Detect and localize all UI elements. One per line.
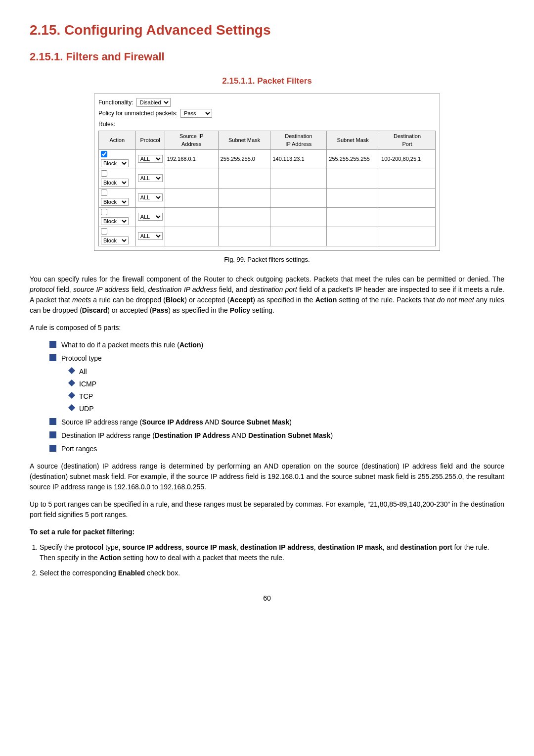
sub-item-all-text: All xyxy=(79,367,87,377)
rule-row-5: BlockAccept ALLICMPTCPUDP xyxy=(99,227,436,246)
rule-row-1: BlockAccept ALLICMPTCPUDP xyxy=(99,149,436,169)
row1-source-mask[interactable] xyxy=(221,156,268,162)
diamond-icon-tcp xyxy=(68,392,75,399)
row2-protocol[interactable]: ALLICMPTCPUDP xyxy=(138,174,163,182)
sub-item-udp-text: UDP xyxy=(79,404,94,414)
protocol-sub-list: All ICMP TCP UDP xyxy=(69,367,504,414)
bullet-square-icon-2 xyxy=(49,354,56,361)
row3-source-mask[interactable] xyxy=(221,194,268,200)
functionality-select[interactable]: Disabled Enabled xyxy=(136,98,171,107)
page-number: 60 xyxy=(30,593,504,604)
row1-dest-mask[interactable] xyxy=(329,156,377,162)
policy-select[interactable]: Pass Discard xyxy=(180,109,212,118)
sub-item-tcp-text: TCP xyxy=(79,391,93,402)
row3-protocol[interactable]: ALLICMPTCPUDP xyxy=(138,193,163,201)
row5-source-ip[interactable] xyxy=(167,233,216,239)
rule-part-2-text: Protocol type xyxy=(61,353,102,364)
row5-action[interactable]: BlockAccept xyxy=(101,236,129,244)
row5-source-mask[interactable] xyxy=(221,233,268,239)
col-action: Action xyxy=(99,131,136,149)
row3-dest-port[interactable] xyxy=(381,194,433,200)
row1-source-ip[interactable] xyxy=(167,156,216,162)
row2-source-mask[interactable] xyxy=(221,175,268,181)
row2-dest-ip[interactable] xyxy=(272,175,324,181)
rule-row-4: BlockAccept ALLICMPTCPUDP xyxy=(99,207,436,227)
row5-dest-mask[interactable] xyxy=(329,233,377,239)
packet-filter-settings-box: Functionality: Disabled Enabled Policy f… xyxy=(94,94,440,251)
col-dest-port: DestinationPort xyxy=(379,131,436,149)
row2-source-ip[interactable] xyxy=(167,175,216,181)
row1-dest-ip[interactable] xyxy=(272,156,324,162)
row4-protocol[interactable]: ALLICMPTCPUDP xyxy=(138,213,163,221)
row2-dest-port[interactable] xyxy=(381,175,433,181)
sub-item-icmp-text: ICMP xyxy=(79,379,96,389)
bullet-square-icon-4 xyxy=(49,431,56,438)
row4-enabled[interactable] xyxy=(101,209,107,215)
rules-table: Action Protocol Source IPAddress Subnet … xyxy=(98,131,436,246)
rule-part-1: What to do if a packet meets this rule (… xyxy=(49,340,504,350)
row5-dest-port[interactable] xyxy=(381,233,433,239)
rule-row-3: BlockAccept ALLICMPTCPUDP xyxy=(99,188,436,207)
row3-action[interactable]: BlockAccept xyxy=(101,198,129,206)
fig-caption: Fig. 99. Packet filters settings. xyxy=(30,255,504,265)
sub-item-icmp: ICMP xyxy=(69,379,504,389)
col-dest-ip: DestinationIP Address xyxy=(270,131,327,149)
rule-part-5: Port ranges xyxy=(49,444,504,454)
bullet-square-icon-1 xyxy=(49,341,56,348)
row4-action[interactable]: BlockAccept xyxy=(101,217,129,225)
rule-part-4: Destination IP address range (Destinatio… xyxy=(49,430,504,441)
col-protocol: Protocol xyxy=(135,131,165,149)
row3-dest-ip[interactable] xyxy=(272,194,324,200)
row1-action[interactable]: BlockAccept xyxy=(101,159,129,167)
row4-dest-port[interactable] xyxy=(381,214,433,220)
row4-source-mask[interactable] xyxy=(221,214,268,220)
col-subnet-mask-dest: Subnet Mask xyxy=(327,131,379,149)
body-paragraph-3: A source (destination) IP address range … xyxy=(30,461,504,492)
rule-parts-list: What to do if a packet meets this rule (… xyxy=(49,340,504,454)
policy-label: Policy for unmatched packets: xyxy=(98,109,178,118)
row2-dest-mask[interactable] xyxy=(329,175,377,181)
row5-dest-ip[interactable] xyxy=(272,233,324,239)
rule-part-3: Source IP address range (Source IP Addre… xyxy=(49,417,504,427)
procedure-steps: Specify the protocol type, source IP add… xyxy=(40,542,504,578)
row3-source-ip[interactable] xyxy=(167,194,216,200)
row5-protocol[interactable]: ALLICMPTCPUDP xyxy=(138,232,163,240)
body-paragraph-1: You can specify rules for the firewall c… xyxy=(30,274,504,316)
row3-enabled[interactable] xyxy=(101,189,107,196)
step-1: Specify the protocol type, source IP add… xyxy=(40,542,504,563)
body-paragraph-4: Up to 5 port ranges can be specified in … xyxy=(30,499,504,520)
rule-part-3-text: Source IP address range (Source IP Addre… xyxy=(61,417,292,427)
subtitle: 2.15.1. Filters and Firewall xyxy=(30,48,504,65)
sub-item-all: All xyxy=(69,367,504,377)
row5-enabled[interactable] xyxy=(101,228,107,235)
diamond-icon-all xyxy=(68,367,75,374)
col-source-ip: Source IPAddress xyxy=(165,131,218,149)
procedure-heading: To set a rule for packet filtering: xyxy=(30,527,504,537)
diamond-icon-udp xyxy=(68,404,75,411)
section-title: 2.15.1.1. Packet Filters xyxy=(30,75,504,88)
row1-enabled[interactable] xyxy=(101,151,107,157)
sub-item-tcp: TCP xyxy=(69,391,504,402)
row2-enabled[interactable] xyxy=(101,170,107,177)
bullet-square-icon-5 xyxy=(49,445,56,452)
main-title: 2.15. Configuring Advanced Settings xyxy=(30,20,504,41)
rule-part-2: Protocol type xyxy=(49,353,504,364)
row4-source-ip[interactable] xyxy=(167,214,216,220)
rule-part-1-text: What to do if a packet meets this rule (… xyxy=(61,340,203,350)
row3-dest-mask[interactable] xyxy=(329,194,377,200)
sub-item-udp: UDP xyxy=(69,404,504,414)
rule-part-5-text: Port ranges xyxy=(61,444,97,454)
rules-label: Rules: xyxy=(98,120,115,129)
rule-row-2: BlockAccept ALLICMPTCPUDP xyxy=(99,169,436,188)
row1-protocol[interactable]: ALLICMPTCPUDP xyxy=(138,155,163,163)
row4-dest-mask[interactable] xyxy=(329,214,377,220)
body-paragraph-2: A rule is composed of 5 parts: xyxy=(30,323,504,333)
functionality-label: Functionality: xyxy=(98,98,134,107)
col-subnet-mask-src: Subnet Mask xyxy=(218,131,270,149)
row1-dest-port[interactable] xyxy=(381,156,433,162)
step-2: Select the corresponding Enabled check b… xyxy=(40,568,504,578)
bullet-square-icon-3 xyxy=(49,418,56,425)
row2-action[interactable]: BlockAccept xyxy=(101,179,129,187)
row4-dest-ip[interactable] xyxy=(272,214,324,220)
rule-part-4-text: Destination IP address range (Destinatio… xyxy=(61,430,333,441)
